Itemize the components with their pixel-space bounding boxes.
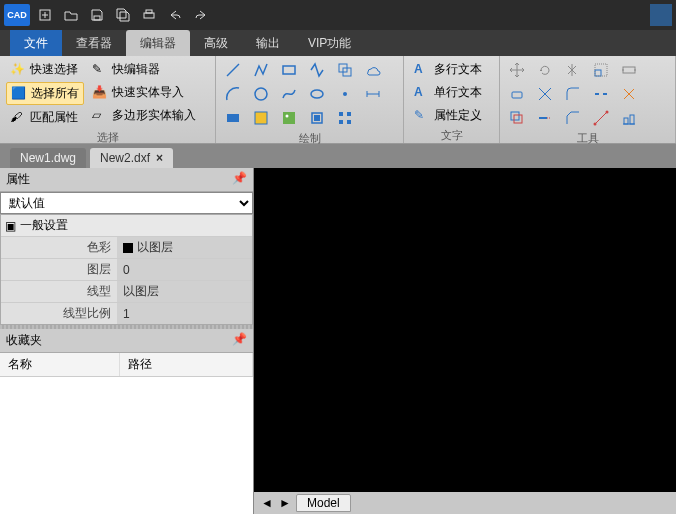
svg-rect-40 [623,67,635,73]
menu-vip[interactable]: VIP功能 [294,30,365,56]
fav-col-path[interactable]: 路径 [120,353,253,376]
prop-val[interactable]: 0 [117,259,252,280]
match-prop-button[interactable]: 🖌匹配属性 [6,107,84,128]
break-icon[interactable] [590,83,612,105]
ribbon-group-draw: 绘制 [216,56,404,143]
svg-rect-43 [630,115,634,124]
redo-icon[interactable] [190,4,212,26]
erase-icon[interactable] [506,83,528,105]
doc-tab[interactable]: New2.dxf× [90,148,173,168]
favorites-table: 名称 路径 [0,353,253,514]
cloud-icon[interactable] [362,59,384,81]
quick-entity-import-button[interactable]: 📥快速实体导入 [88,82,200,103]
hatch-icon[interactable] [250,107,272,129]
svg-rect-10 [283,66,295,74]
attr-def-button[interactable]: ✎属性定义 [410,105,486,126]
fillet-icon[interactable] [562,83,584,105]
properties-table: ▣一般设置 色彩 以图层 图层 0 线型 以图层 线型比例 1 [0,214,253,325]
favorites-header: 收藏夹 📌 [0,329,253,353]
prop-section[interactable]: ▣一般设置 [1,215,252,236]
scale-icon[interactable] [590,59,612,81]
prop-val[interactable]: 1 [117,303,252,324]
copy-icon[interactable] [334,59,356,81]
properties-combo[interactable]: 默认值 [0,192,253,214]
svg-rect-26 [512,92,522,98]
line-icon[interactable] [222,59,244,81]
singleline-text-label: 单行文本 [434,84,482,101]
trim-icon[interactable] [534,83,556,105]
prop-key: 图层 [1,259,117,280]
arc-icon[interactable] [222,83,244,105]
polyline-icon[interactable] [250,59,272,81]
favorites-title: 收藏夹 [6,332,42,349]
tab-next-icon[interactable]: ► [278,496,292,510]
explode-icon[interactable] [618,83,640,105]
select-all-button[interactable]: 🟦选择所有 [6,82,84,105]
block-icon[interactable] [306,107,328,129]
attr-icon: ✎ [414,108,430,124]
print-icon[interactable] [138,4,160,26]
stretch-icon[interactable] [618,59,640,81]
new-icon[interactable] [34,4,56,26]
save-icon[interactable] [86,4,108,26]
doc-tab-label: New1.dwg [20,151,76,165]
menu-file[interactable]: 文件 [10,30,62,56]
ribbon-group-select: ✨快速选择 🟦选择所有 🖌匹配属性 ✎快编辑器 📥快速实体导入 ▱多边形实体输入… [0,56,216,143]
match-prop-label: 匹配属性 [30,109,78,126]
svg-point-39 [606,111,609,114]
pin-icon[interactable]: 📌 [232,332,247,349]
image-icon[interactable] [278,107,300,129]
array-icon[interactable] [334,107,356,129]
select-all-icon: 🟦 [11,86,27,102]
multiline-text-button[interactable]: A多行文本 [410,59,486,80]
chamfer-icon[interactable] [562,107,584,129]
prop-row-color: 色彩 以图层 [1,236,252,258]
extend-icon[interactable] [534,107,556,129]
model-tab[interactable]: Model [296,494,351,512]
svg-rect-27 [511,112,519,120]
mirror-icon[interactable] [562,59,584,81]
undo-icon[interactable] [164,4,186,26]
prop-key: 线型 [1,281,117,302]
tab-prev-icon[interactable]: ◄ [260,496,274,510]
prop-val[interactable]: 以图层 [117,237,252,258]
dim-icon[interactable] [362,83,384,105]
svg-rect-33 [595,70,601,76]
pin-icon[interactable]: 📌 [232,171,247,188]
open-icon[interactable] [60,4,82,26]
menu-editor[interactable]: 编辑器 [126,30,190,56]
polyline2-icon[interactable] [306,59,328,81]
offset-icon[interactable] [506,107,528,129]
rectangle-icon[interactable] [278,59,300,81]
prop-val[interactable]: 以图层 [117,281,252,302]
svg-rect-42 [624,118,628,124]
rotate-icon[interactable] [534,59,556,81]
singleline-text-button[interactable]: A单行文本 [410,82,486,103]
menu-viewer[interactable]: 查看器 [62,30,126,56]
favorites-head: 名称 路径 [0,353,253,377]
rect-fill-icon[interactable] [222,107,244,129]
circle-icon[interactable] [250,83,272,105]
collapse-icon[interactable]: ▣ [5,219,16,233]
fav-col-name[interactable]: 名称 [0,353,120,376]
svg-rect-9 [255,112,267,124]
menu-output[interactable]: 输出 [242,30,294,56]
menu-advanced[interactable]: 高级 [190,30,242,56]
quick-select-button[interactable]: ✨快速选择 [6,59,84,80]
doc-tab[interactable]: New1.dwg [10,148,86,168]
point-icon[interactable] [334,83,356,105]
measure-icon[interactable] [590,107,612,129]
prop-val-text: 以图层 [137,239,173,256]
quick-editor-button[interactable]: ✎快编辑器 [88,59,200,80]
main-area: 属性 📌 默认值 ▣一般设置 色彩 以图层 图层 0 线型 以图层 线型比例 1 [0,168,676,514]
polygon-entity-input-button[interactable]: ▱多边形实体输入 [88,105,200,126]
svg-rect-21 [339,120,343,124]
ribbon-label-text: 文字 [410,126,493,143]
drawing-canvas[interactable]: ◄ ► Model [254,168,676,514]
move-icon[interactable] [506,59,528,81]
saveall-icon[interactable] [112,4,134,26]
spline-icon[interactable] [278,83,300,105]
ellipse-icon[interactable] [306,83,328,105]
close-icon[interactable]: × [156,151,163,165]
align-icon[interactable] [618,107,640,129]
